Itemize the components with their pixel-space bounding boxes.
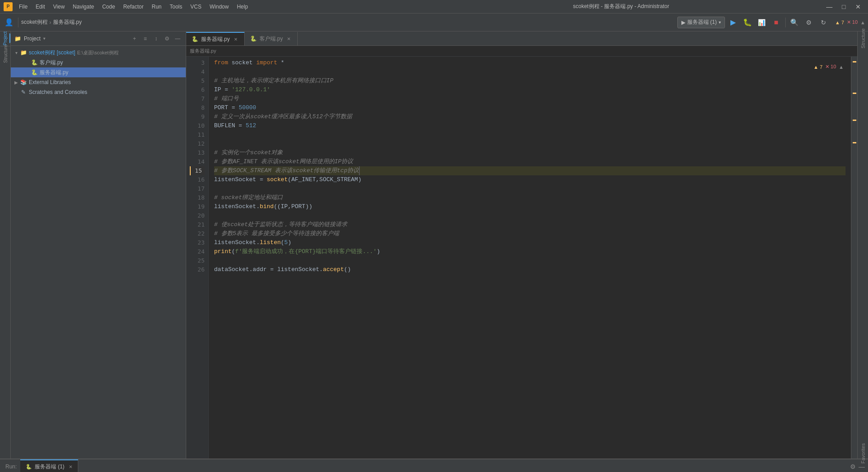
window-title: scoket例程 - 服务器端.py - Administrator (419, 3, 823, 10)
tree-item-ext-libs[interactable]: ▶ 📚 External Libraries (11, 77, 186, 87)
code-line-24: print(f'服务端启动成功，在{PORT}端口等待客户链接...') (214, 247, 846, 256)
code-line-21: # 使scoket处于监听状态，等待客户端的链接请求 (214, 220, 846, 229)
code-line-19: listenSocket.bind((IP,PORT)) (214, 202, 846, 211)
project-hide-button[interactable]: — (173, 34, 182, 43)
menu-code[interactable]: Code (98, 3, 119, 11)
gutter-warning-3 (853, 120, 856, 121)
code-line-26: dataSocket.addr = listenSocket.accept() (214, 265, 846, 274)
code-line-23: listenSocket.listen(5) (214, 238, 846, 247)
toolbar-breadcrumb-project[interactable]: scoket例程 (21, 18, 48, 26)
errors-count: ✕ 10 (847, 19, 858, 25)
client-tab-close[interactable]: ✕ (286, 36, 292, 42)
search-everywhere-button[interactable]: 🔍 (788, 16, 801, 29)
gutter-warning-2 (853, 93, 856, 94)
warning-hint[interactable]: ▲ 7 (814, 64, 823, 70)
editor-area: 🐍 服务器端.py ✕ 🐍 客户端.py ✕ 服务器端.py ▲ 7 ✕ 10 … (186, 31, 857, 459)
menu-tools[interactable]: Tools (166, 3, 186, 11)
main-area: Project Structure 📁 Project ▾ + ≡ ↕ ⚙ — … (0, 31, 868, 459)
toolbar-breadcrumb-sep: › (49, 19, 51, 26)
project-sort-button[interactable]: ↕ (152, 34, 161, 43)
toolbar-separator (18, 18, 18, 27)
breadcrumb-file[interactable]: 服务器端.py (190, 48, 216, 54)
client-tab-label: 客户端.py (260, 35, 283, 43)
structure-panel-icon[interactable]: Structure (858, 33, 868, 43)
client-file-label: 客户端.py (40, 59, 63, 67)
menu-window[interactable]: Window (206, 3, 233, 11)
maximize-button[interactable]: □ (837, 2, 850, 11)
close-button[interactable]: ✕ (852, 2, 864, 11)
project-sidebar-icon[interactable]: Project (0, 33, 10, 43)
scratches-icon: ✎ (20, 89, 27, 95)
code-line-4 (214, 67, 846, 76)
right-panel: Structure Favorites (857, 31, 868, 459)
breadcrumb: 服务器端.py (186, 46, 857, 57)
favorites-panel-icon[interactable]: Favorites (858, 449, 868, 459)
tree-item-client[interactable]: 🐍 客户端.py (11, 58, 186, 67)
structure-sidebar-icon[interactable]: Structure (0, 49, 10, 59)
run-tab-close-button[interactable]: ✕ (69, 464, 72, 469)
tree-arrow-ext-libs: ▶ (13, 80, 20, 85)
project-dropdown-icon[interactable]: ▾ (43, 36, 45, 41)
run-tabs: Run: 🐍 服务器端 (1) ✕ ⚙ — (0, 459, 868, 472)
code-line-8: PORT = 50000 (214, 103, 846, 112)
file-tree: ▾ 📁 scoket例程 [scoket] E:\桌面\scoket例程 🐍 客… (11, 46, 186, 459)
run-config-selector[interactable]: ▶ 服务器端 (1) ▾ (677, 17, 725, 28)
python-file-icon-client: 🐍 (31, 59, 38, 66)
tree-item-root[interactable]: ▾ 📁 scoket例程 [scoket] E:\桌面\scoket例程 (11, 48, 186, 58)
tree-arrow-root: ▾ (13, 50, 20, 55)
favorites-label: Favorites (860, 443, 866, 463)
settings-button[interactable]: ⚙ (803, 16, 815, 29)
menu-help[interactable]: Help (233, 3, 252, 11)
menu-navigate[interactable]: Navigate (69, 3, 98, 11)
window-controls: — □ ✕ (823, 2, 864, 11)
error-hint[interactable]: ✕ 10 (825, 64, 836, 70)
toolbar-separator2 (785, 18, 786, 27)
right-gutter (851, 57, 857, 459)
minimize-button[interactable]: — (823, 2, 836, 11)
code-hints-bar: ▲ 7 ✕ 10 ▲ (814, 64, 844, 70)
code-line-17 (214, 184, 846, 193)
run-settings-button[interactable]: ⚙ (848, 462, 857, 471)
code-editor[interactable]: from socket import * # 主机地址，表示绑定本机所有网络接口… (209, 57, 851, 459)
toolbar-breadcrumb-file[interactable]: 服务器端.py (53, 18, 82, 26)
menu-edit[interactable]: Edit (32, 3, 49, 11)
menu-run[interactable]: Run (148, 3, 165, 11)
run-label: Run: (2, 463, 20, 470)
hints-expand[interactable]: ▲ (860, 20, 865, 25)
code-line-9: # 定义一次从scoket缓冲区最多读入512个字节数据 (214, 112, 846, 121)
tab-server[interactable]: 🐍 服务器端.py ✕ (186, 32, 245, 45)
code-line-22: # 参数5表示 最多接受多少个等待连接的客户端 (214, 229, 846, 238)
code-line-18: # socket绑定地址和端口 (214, 193, 846, 202)
toolbar: 👤 scoket例程 › 服务器端.py ▶ 服务器端 (1) ▾ ▶ 🐛 📊 … (0, 13, 868, 31)
run-button[interactable]: ▶ (727, 16, 739, 29)
hint-chevron[interactable]: ▲ (839, 64, 844, 70)
code-line-11 (214, 130, 846, 139)
debug-button[interactable]: 🐛 (741, 16, 754, 29)
code-line-13: # 实例化一个scoket对象 (214, 148, 846, 157)
server-tab-close[interactable]: ✕ (233, 36, 239, 42)
project-panel-actions: + ≡ ↕ ⚙ — (130, 34, 182, 43)
run-with-coverage[interactable]: 📊 (756, 16, 768, 29)
project-new-file-button[interactable]: + (130, 34, 139, 43)
update-button[interactable]: ↻ (817, 16, 830, 29)
stop-button[interactable]: ■ (770, 16, 783, 29)
code-line-25 (214, 256, 846, 265)
run-config-label: 服务器端 (1) (687, 18, 717, 26)
tree-item-server[interactable]: 🐍 服务器端.py (11, 67, 186, 77)
app-icon: P (4, 2, 13, 11)
structure-label: Structure (860, 28, 866, 49)
menu-refactor[interactable]: Refactor (120, 3, 147, 11)
menu-file[interactable]: File (15, 3, 31, 11)
run-tab-server[interactable]: 🐍 服务器端 (1) ✕ (20, 459, 78, 472)
folder-icon: 📁 (20, 49, 27, 56)
user-account-button[interactable]: 👤 (3, 16, 15, 29)
scratches-label: Scratches and Consoles (29, 89, 87, 95)
project-collapse-all[interactable]: ≡ (141, 34, 150, 43)
code-line-16: listenSocket = socket(AF_INET,SOCK_STREA… (214, 175, 846, 184)
editor-hints[interactable]: ▲ 7 ✕ 10 ▲ (835, 19, 865, 25)
menu-view[interactable]: View (49, 3, 68, 11)
menu-vcs[interactable]: VCS (187, 3, 205, 11)
tree-item-scratches[interactable]: ✎ Scratches and Consoles (11, 87, 186, 97)
tab-client[interactable]: 🐍 客户端.py ✕ (245, 32, 298, 45)
project-settings-button[interactable]: ⚙ (162, 34, 171, 43)
